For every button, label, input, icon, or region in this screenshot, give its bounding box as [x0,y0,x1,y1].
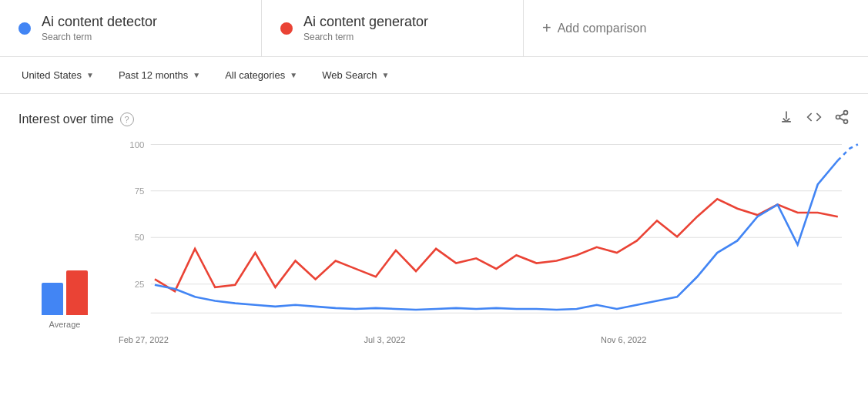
search-type-label: Web Search [322,69,377,81]
search-type-arrow-icon: ▼ [381,71,389,79]
search-type-filter[interactable]: Web Search ▼ [313,65,398,86]
svg-text:50: 50 [135,233,145,242]
x-labels: Feb 27, 2022 Jul 3, 2022 Nov 6, 2022 [119,335,842,344]
svg-point-0 [844,111,848,115]
category-filter[interactable]: All categories ▼ [216,65,307,86]
svg-point-1 [836,116,840,119]
time-label: Past 12 months [119,69,188,81]
search-term-1: Ai content detector Search term [0,0,262,56]
term2-sub: Search term [303,32,428,42]
time-filter[interactable]: Past 12 months ▼ [109,65,209,86]
chart-header: Interest over time ? [18,109,850,129]
chart-svg: 100 75 50 25 [119,136,842,329]
time-arrow-icon: ▼ [193,71,200,79]
term1-title: Ai content detector [42,14,157,30]
x-label-1: Feb 27, 2022 [119,335,169,344]
avg-bar-blue [42,283,63,315]
term2-title: Ai content generator [303,14,428,30]
location-label: United States [22,69,82,81]
graph-area: 100 75 50 25 [119,136,842,329]
filter-bar: United States ▼ Past 12 months ▼ All cat… [0,57,868,94]
svg-line-3 [840,118,844,120]
svg-text:75: 75 [135,186,145,196]
chart-section: Interest over time ? [0,94,868,360]
term2-info: Ai content generator Search term [303,14,428,42]
share-icon[interactable] [834,109,850,129]
chart-title-area: Interest over time ? [18,112,134,126]
top-bar: Ai content detector Search term Ai conte… [0,0,868,57]
red-line [155,199,838,291]
location-filter[interactable]: United States ▼ [12,65,103,86]
avg-bars [42,253,88,315]
svg-point-2 [844,119,848,123]
add-comparison-label: Add comparison [558,22,647,35]
x-label-3: Nov 6, 2022 [601,335,646,344]
x-label-2: Jul 3, 2022 [364,335,406,344]
svg-text:100: 100 [129,140,144,149]
svg-text:25: 25 [135,280,145,289]
avg-label: Average [49,320,81,329]
embed-icon[interactable] [806,109,822,129]
svg-line-4 [840,113,844,116]
location-arrow-icon: ▼ [86,71,94,79]
download-icon[interactable] [779,109,794,129]
average-column: Average [18,159,111,329]
term1-dot [18,22,31,35]
term1-sub: Search term [42,32,157,42]
category-label: All categories [225,69,285,81]
blue-line [155,160,838,310]
help-icon[interactable]: ? [120,112,134,126]
plus-icon: + [542,19,551,37]
category-arrow-icon: ▼ [290,71,297,79]
term2-dot [280,22,293,35]
add-comparison-button[interactable]: + Add comparison [524,0,678,56]
blue-dotted-extension [838,144,858,160]
term1-info: Ai content detector Search term [42,14,157,42]
avg-bar-red [66,270,88,315]
chart-actions [779,109,850,129]
chart-container: Average 100 75 50 25 [18,136,850,352]
search-term-2: Ai content generator Search term [262,0,524,56]
chart-title: Interest over time [18,112,114,126]
